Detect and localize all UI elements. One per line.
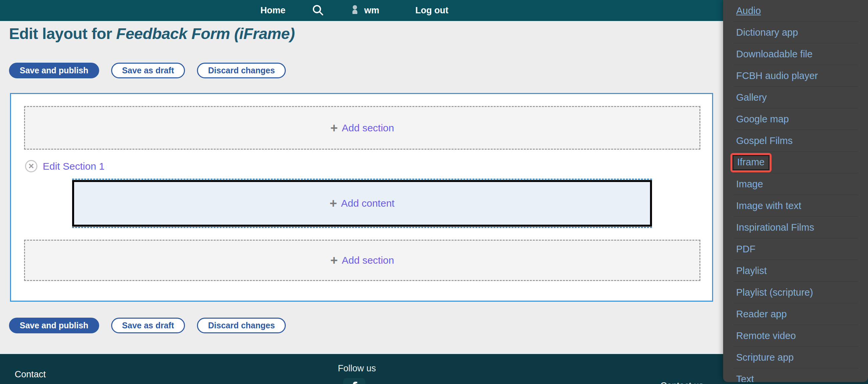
save-as-draft-button[interactable]: Save as draft xyxy=(111,63,185,78)
sidebar-item-label: Image with text xyxy=(736,200,801,211)
save-as-draft-button[interactable]: Save as draft xyxy=(111,318,185,333)
add-section-label: Add section xyxy=(342,255,394,266)
sidebar-item-label: Downloadable file xyxy=(736,49,813,60)
layout-editor-canvas: + Add section ✕ Edit Section 1 + Add con… xyxy=(10,93,713,302)
iframe-focus-outline: Iframe xyxy=(733,155,770,170)
sidebar-item-google-map[interactable]: Google map xyxy=(723,108,868,130)
close-icon: ✕ xyxy=(28,162,34,171)
sidebar-item-gallery[interactable]: Gallery xyxy=(723,87,868,108)
sidebar-item-label: Google map xyxy=(736,114,789,125)
sidebar-item-label: Gallery xyxy=(736,92,767,103)
add-section-dropzone-top[interactable]: + Add section xyxy=(24,106,701,150)
plus-icon: + xyxy=(331,254,338,267)
sidebar-item-label: Dictionary app xyxy=(736,27,798,38)
user-account-button[interactable]: wm xyxy=(349,4,379,18)
facebook-icon: f xyxy=(351,379,357,384)
annotation-highlight-box: Iframe xyxy=(731,153,772,172)
action-buttons-top: Save and publish Save as draft Discard c… xyxy=(9,63,286,78)
sidebar-item-image[interactable]: Image xyxy=(723,173,868,195)
footer-contact-heading: Contact xyxy=(15,369,46,380)
search-button[interactable] xyxy=(311,4,324,18)
sidebar-item-fcbh-audio-player[interactable]: FCBH audio player xyxy=(723,65,868,87)
sidebar-item-scripture-app[interactable]: Scripture app xyxy=(723,347,868,368)
sidebar-item-playlist-scripture[interactable]: Playlist (scripture) xyxy=(723,282,868,303)
content-type-list: Audio Dictionary app Downloadable file F… xyxy=(723,0,868,382)
username-label: wm xyxy=(364,5,379,16)
footer-contact-us-link[interactable]: Contact us xyxy=(660,381,704,384)
sidebar-item-dictionary-app[interactable]: Dictionary app xyxy=(723,22,868,43)
save-and-publish-button[interactable]: Save and publish xyxy=(9,318,99,333)
sidebar-item-label: Iframe xyxy=(737,157,765,167)
sidebar-item-label: PDF xyxy=(736,244,755,255)
content-type-sidebar: Audio Dictionary app Downloadable file F… xyxy=(723,0,868,382)
add-section-button[interactable]: + Add section xyxy=(331,254,394,267)
sidebar-item-pdf[interactable]: PDF xyxy=(723,238,868,260)
sidebar-item-image-with-text[interactable]: Image with text xyxy=(723,195,868,217)
add-content-button[interactable]: + Add content xyxy=(330,197,394,210)
add-section-dropzone-bottom[interactable]: + Add section xyxy=(24,240,701,281)
sidebar-item-remote-video[interactable]: Remote video xyxy=(723,325,868,347)
footer-follow-us-heading: Follow us xyxy=(338,363,376,374)
nav-home-link[interactable]: Home xyxy=(260,5,285,16)
sidebar-item-label: Remote video xyxy=(736,330,796,341)
sidebar-item-reader-app[interactable]: Reader app xyxy=(723,303,868,325)
edit-section-link[interactable]: Edit Section 1 xyxy=(43,161,104,172)
sidebar-item-label: Playlist xyxy=(736,265,767,276)
sidebar-item-text[interactable]: Text xyxy=(723,368,868,382)
save-and-publish-button[interactable]: Save and publish xyxy=(9,63,99,78)
search-icon xyxy=(311,4,324,18)
discard-changes-button[interactable]: Discard changes xyxy=(197,318,286,333)
sidebar-item-gospel-films[interactable]: Gospel Films xyxy=(723,130,868,152)
section-header-row: ✕ Edit Section 1 xyxy=(25,160,104,172)
add-section-button[interactable]: + Add section xyxy=(331,122,394,134)
sidebar-item-label: Text xyxy=(736,374,754,382)
facebook-link[interactable]: f xyxy=(343,378,365,384)
page-title: Edit layout for Feedback Form (iFrame) xyxy=(9,24,295,43)
logout-link[interactable]: Log out xyxy=(415,5,448,16)
sidebar-item-label: Audio xyxy=(736,5,761,16)
discard-changes-button[interactable]: Discard changes xyxy=(197,63,286,78)
add-section-label: Add section xyxy=(342,122,394,134)
plus-icon: + xyxy=(330,197,337,210)
page-title-prefix: Edit layout for xyxy=(9,25,116,42)
sidebar-item-iframe[interactable]: Iframe xyxy=(723,152,868,173)
user-icon xyxy=(349,4,361,18)
sidebar-item-label: Playlist (scripture) xyxy=(736,287,813,298)
sidebar-item-inspirational-films[interactable]: Inspirational Films xyxy=(723,217,868,238)
sidebar-item-downloadable-file[interactable]: Downloadable file xyxy=(723,43,868,65)
sidebar-item-audio[interactable]: Audio xyxy=(723,0,868,22)
add-content-label: Add content xyxy=(341,198,395,209)
action-buttons-bottom: Save and publish Save as draft Discard c… xyxy=(9,318,286,333)
sidebar-item-label: Image xyxy=(736,179,763,190)
page-title-name: Feedback Form (iFrame) xyxy=(116,25,295,42)
plus-icon: + xyxy=(331,122,338,134)
sidebar-item-label: FCBH audio player xyxy=(736,70,818,81)
sidebar-item-label: Scripture app xyxy=(736,352,794,363)
remove-section-button[interactable]: ✕ xyxy=(25,160,37,172)
sidebar-item-label: Gospel Films xyxy=(736,135,793,146)
sidebar-item-label: Reader app xyxy=(736,309,787,320)
topbar-nav: Home wm Log out xyxy=(260,0,448,21)
sidebar-item-label: Inspirational Films xyxy=(736,222,814,233)
section-content-dropzone[interactable]: + Add content xyxy=(72,180,652,227)
sidebar-item-playlist[interactable]: Playlist xyxy=(723,260,868,282)
